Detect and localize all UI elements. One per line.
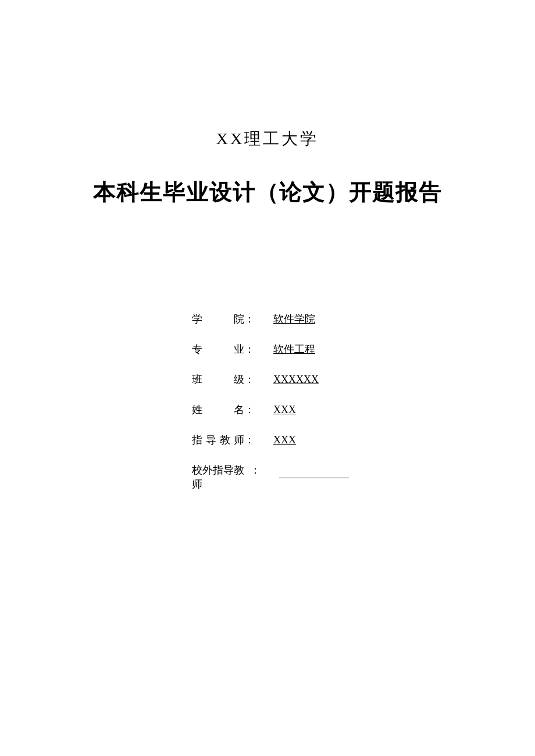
name-value: XXX <box>273 404 296 416</box>
major-row: 专 业 ： 软件工程 <box>192 342 390 356</box>
advisor-label: 指导教师 <box>192 433 244 447</box>
major-colon: ： <box>244 342 255 356</box>
top-section: XX理工大学 本科生毕业设计（论文）开题报告 <box>0 128 535 277</box>
main-title: 本科生毕业设计（论文）开题报告 <box>93 178 442 207</box>
name-colon: ： <box>244 403 255 417</box>
external-advisor-colon: ： <box>250 463 261 477</box>
school-value: 软件学院 <box>273 312 315 326</box>
major-label: 专 业 <box>192 342 244 356</box>
document-page: XX理工大学 本科生毕业设计（论文）开题报告 学 院 ： 软件学院 专 业 ： … <box>0 0 535 756</box>
advisor-value: XXX <box>273 434 296 446</box>
class-colon: ： <box>244 372 255 386</box>
advisor-colon: ： <box>244 433 255 447</box>
class-row: 班 级 ： XXXXXX <box>192 372 390 386</box>
external-advisor-value <box>279 464 349 478</box>
advisor-row: 指导教师 ： XXX <box>192 433 390 447</box>
name-row: 姓 名 ： XXX <box>192 403 390 417</box>
external-advisor-row: 校外指导教师 ： <box>192 463 390 491</box>
school-label: 学 院 <box>192 312 244 326</box>
school-colon: ： <box>244 312 255 326</box>
info-section: 学 院 ： 软件学院 专 业 ： 软件工程 班 级 ： XXXXXX 姓 名 ：… <box>192 312 390 491</box>
class-label: 班 级 <box>192 372 244 386</box>
school-row: 学 院 ： 软件学院 <box>192 312 390 326</box>
name-label: 姓 名 <box>192 403 244 417</box>
external-advisor-label: 校外指导教师 <box>192 463 250 491</box>
class-value: XXXXXX <box>273 374 319 386</box>
major-value: 软件工程 <box>273 342 315 356</box>
university-title: XX理工大学 <box>216 128 319 150</box>
